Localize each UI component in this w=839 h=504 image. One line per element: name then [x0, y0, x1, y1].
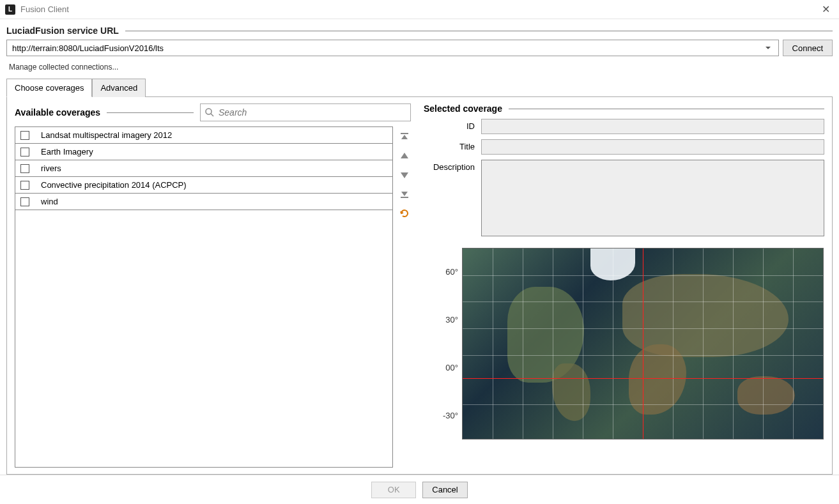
service-url-input[interactable] — [11, 41, 762, 55]
ok-button[interactable]: OK — [371, 482, 416, 498]
tabs: Choose coverages Advanced — [6, 78, 833, 96]
cancel-button[interactable]: Cancel — [422, 482, 467, 498]
list-item[interactable]: wind — [15, 194, 392, 210]
selected-label: Selected coverage — [424, 103, 502, 114]
lat-label: 60° — [445, 267, 458, 277]
move-up-icon[interactable] — [398, 149, 411, 162]
tab-choose-coverages[interactable]: Choose coverages — [6, 79, 92, 97]
divider — [125, 31, 833, 31]
lat-label: 30° — [445, 315, 458, 325]
id-field[interactable] — [481, 119, 824, 134]
field-row-id: ID — [424, 119, 824, 134]
refresh-icon[interactable] — [398, 207, 411, 220]
svg-rect-2 — [401, 133, 408, 134]
coverage-list[interactable]: Landsat multispectral imagery 2012 Earth… — [15, 126, 393, 468]
svg-rect-3 — [401, 197, 408, 198]
list-item-label: Landsat multispectral imagery 2012 — [41, 130, 172, 140]
content: LuciadFusion service URL Connect Manage … — [0, 19, 839, 475]
description-field[interactable] — [481, 160, 824, 236]
search-box — [200, 103, 411, 121]
checkbox[interactable] — [20, 131, 29, 140]
lat-label: 00° — [445, 363, 458, 372]
divider — [509, 109, 824, 109]
checkbox[interactable] — [20, 148, 29, 157]
available-pane: Available coverages Landsat multispectra… — [15, 103, 411, 468]
app-icon: L — [5, 4, 15, 15]
title-label: Title — [424, 139, 475, 151]
service-url-row: Connect — [6, 40, 833, 56]
checkbox[interactable] — [20, 164, 29, 173]
connect-button[interactable]: Connect — [783, 40, 833, 56]
search-input[interactable] — [217, 107, 406, 118]
titlebar: L Fusion Client ✕ — [0, 0, 839, 19]
world-map[interactable] — [462, 248, 824, 439]
search-icon — [204, 107, 215, 118]
selected-fields: ID Title Description — [424, 119, 824, 236]
svg-line-1 — [211, 114, 213, 116]
title-field[interactable] — [481, 139, 824, 155]
checkbox[interactable] — [20, 181, 29, 190]
list-item[interactable]: Convective precipitation 2014 (ACPCP) — [15, 177, 392, 194]
window: L Fusion Client ✕ LuciadFusion service U… — [0, 0, 839, 504]
service-url-label: LuciadFusion service URL — [6, 26, 833, 36]
list-wrap: Landsat multispectral imagery 2012 Earth… — [15, 126, 411, 468]
tab-body: Available coverages Landsat multispectra… — [6, 96, 833, 475]
description-label: Description — [424, 160, 475, 172]
list-item[interactable]: rivers — [15, 160, 392, 177]
checkbox[interactable] — [20, 197, 29, 206]
footer: OK Cancel — [0, 475, 839, 504]
move-top-icon[interactable] — [398, 130, 411, 143]
available-label: Available coverages — [15, 107, 100, 118]
map-wrap: 60° 30° 00° -30° — [424, 248, 824, 439]
list-item-label: wind — [41, 197, 58, 206]
lat-label: -30° — [443, 411, 458, 420]
list-item-label: Convective precipitation 2014 (ACPCP) — [41, 180, 187, 190]
field-row-description: Description — [424, 160, 824, 236]
available-header: Available coverages — [15, 103, 411, 121]
list-item[interactable]: Earth Imagery — [15, 144, 392, 160]
service-url-input-wrap — [6, 40, 779, 56]
list-item-label: Earth Imagery — [41, 147, 93, 157]
tab-advanced[interactable]: Advanced — [92, 79, 146, 97]
divider — [107, 112, 194, 113]
meridian-line — [643, 248, 643, 439]
window-title: Fusion Client — [20, 4, 69, 14]
selected-header: Selected coverage — [424, 103, 824, 114]
field-row-title: Title — [424, 139, 824, 155]
selected-pane: Selected coverage ID Title Description — [424, 103, 824, 468]
list-item-label: rivers — [41, 164, 61, 173]
close-icon[interactable]: ✕ — [818, 3, 834, 15]
order-buttons — [398, 126, 411, 468]
manage-connections-link[interactable]: Manage collected connections... — [9, 63, 830, 72]
svg-point-0 — [206, 109, 212, 114]
list-item[interactable]: Landsat multispectral imagery 2012 — [15, 127, 392, 144]
move-bottom-icon[interactable] — [398, 188, 411, 201]
latitude-axis: 60° 30° 00° -30° — [424, 248, 462, 439]
service-url-label-text: LuciadFusion service URL — [6, 26, 119, 36]
move-down-icon[interactable] — [398, 169, 411, 181]
url-dropdown-icon[interactable] — [762, 44, 774, 52]
id-label: ID — [424, 119, 475, 131]
